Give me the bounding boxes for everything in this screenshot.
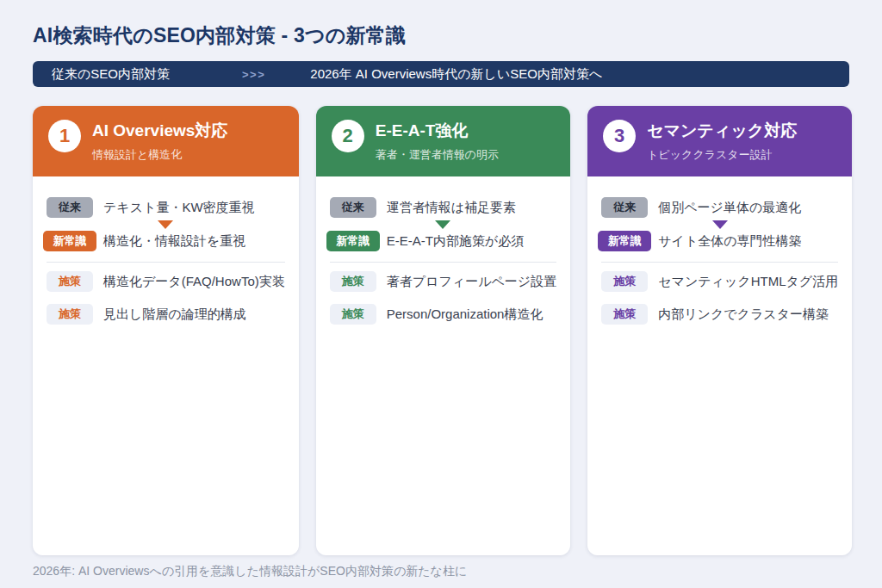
- old-badge: 従来: [47, 197, 93, 218]
- divider: [330, 262, 556, 263]
- row-action: 施策 見出し階層の論理的構成: [47, 304, 285, 325]
- action-text: セマンティックHTMLタグ活用: [658, 274, 838, 290]
- card-title: AI Overviews対応: [92, 121, 227, 141]
- card-header: 2 E-E-A-T強化 著者・運営者情報の明示: [316, 106, 570, 176]
- row-new: 新常識 サイト全体の専門性構築: [601, 231, 838, 251]
- action-badge: 施策: [47, 304, 93, 325]
- card-header: 3 セマンティック対応 トピッククラスター設計: [587, 106, 852, 176]
- new-badge: 新常識: [43, 231, 96, 251]
- row-action: 施策 著者プロフィールページ設置: [330, 271, 556, 292]
- row-action: 施策 内部リンクでクラスター構築: [601, 304, 838, 325]
- new-badge: 新常識: [326, 231, 380, 251]
- action-text: 構造化データ(FAQ/HowTo)実装: [103, 274, 285, 290]
- action-badge: 施策: [47, 271, 93, 292]
- action-text: 著者プロフィールページ設置: [387, 274, 556, 290]
- action-badge: 施策: [601, 304, 648, 325]
- divider: [601, 262, 838, 263]
- action-badge: 施策: [330, 304, 376, 325]
- row-action: 施策 構造化データ(FAQ/HowTo)実装: [47, 271, 285, 292]
- action-badge: 施策: [330, 271, 376, 292]
- divider: [47, 262, 285, 263]
- action-text: 内部リンクでクラスター構築: [658, 306, 829, 323]
- banner-old-approach-label: 従来のSEO内部対策: [52, 66, 170, 83]
- card-ai-overviews: 1 AI Overviews対応 情報設計と構造化 従来 テキスト量・KW密度重…: [33, 106, 299, 555]
- action-text: 見出し階層の論理的構成: [103, 306, 246, 323]
- row-action: 施策 セマンティックHTMLタグ活用: [601, 271, 838, 292]
- footer-note: 2026年: AI Overviewsへの引用を意識した情報設計がSEO内部対策…: [33, 564, 849, 579]
- cards-row: 1 AI Overviews対応 情報設計と構造化 従来 テキスト量・KW密度重…: [33, 106, 849, 555]
- card-title: E-E-A-T強化: [376, 121, 499, 141]
- old-text: 運営者情報は補足要素: [387, 200, 516, 216]
- infographic-canvas: AI検索時代のSEO内部対策 - 3つの新常識 従来のSEO内部対策 >>> 2…: [0, 0, 882, 588]
- down-arrow-icon: [158, 220, 173, 229]
- transition-banner: 従来のSEO内部対策 >>> 2026年 AI Overviews時代の新しいS…: [33, 61, 849, 87]
- old-text: 個別ページ単体の最適化: [658, 200, 801, 216]
- row-old: 従来 テキスト量・KW密度重視: [47, 197, 285, 218]
- down-arrow-icon: [712, 220, 728, 229]
- old-badge: 従来: [330, 197, 376, 218]
- old-badge: 従来: [601, 197, 648, 218]
- banner-new-approach-label: 2026年 AI Overviews時代の新しいSEO内部対策へ: [310, 66, 602, 83]
- down-arrow-icon: [435, 220, 450, 229]
- row-new: 新常識 構造化・情報設計を重視: [47, 231, 285, 251]
- card-subtitle: トピッククラスター設計: [647, 147, 797, 163]
- card-subtitle: 著者・運営者情報の明示: [376, 147, 499, 163]
- page-title: AI検索時代のSEO内部対策 - 3つの新常識: [33, 22, 849, 49]
- card-number-badge: 3: [603, 120, 636, 152]
- row-old: 従来 個別ページ単体の最適化: [601, 197, 838, 218]
- old-text: テキスト量・KW密度重視: [103, 200, 255, 216]
- row-new: 新常識 E-E-A-T内部施策が必須: [330, 231, 556, 251]
- new-badge: 新常識: [598, 231, 651, 251]
- card-number-badge: 1: [48, 120, 81, 152]
- row-action: 施策 Person/Organization構造化: [330, 304, 556, 325]
- card-header: 1 AI Overviews対応 情報設計と構造化: [33, 106, 299, 176]
- action-text: Person/Organization構造化: [387, 306, 543, 323]
- card-title: セマンティック対応: [647, 121, 797, 141]
- card-eeat: 2 E-E-A-T強化 著者・運営者情報の明示 従来 運営者情報は補足要素 新常…: [316, 106, 570, 555]
- card-subtitle: 情報設計と構造化: [92, 147, 227, 163]
- card-number-badge: 2: [332, 120, 364, 152]
- card-body: 従来 個別ページ単体の最適化 新常識 サイト全体の専門性構築 施策 セマンティッ…: [587, 176, 852, 555]
- action-badge: 施策: [601, 271, 648, 292]
- new-text: E-E-A-T内部施策が必須: [387, 233, 525, 250]
- card-body: 従来 テキスト量・KW密度重視 新常識 構造化・情報設計を重視 施策 構造化デー…: [33, 176, 299, 555]
- chevron-right-icon: >>>: [242, 68, 265, 81]
- new-text: 構造化・情報設計を重視: [103, 233, 245, 250]
- row-old: 従来 運営者情報は補足要素: [330, 197, 556, 218]
- new-text: サイト全体の専門性構築: [658, 233, 801, 250]
- card-body: 従来 運営者情報は補足要素 新常識 E-E-A-T内部施策が必須 施策 著者プロ…: [316, 176, 570, 555]
- card-semantic: 3 セマンティック対応 トピッククラスター設計 従来 個別ページ単体の最適化 新…: [587, 106, 852, 555]
